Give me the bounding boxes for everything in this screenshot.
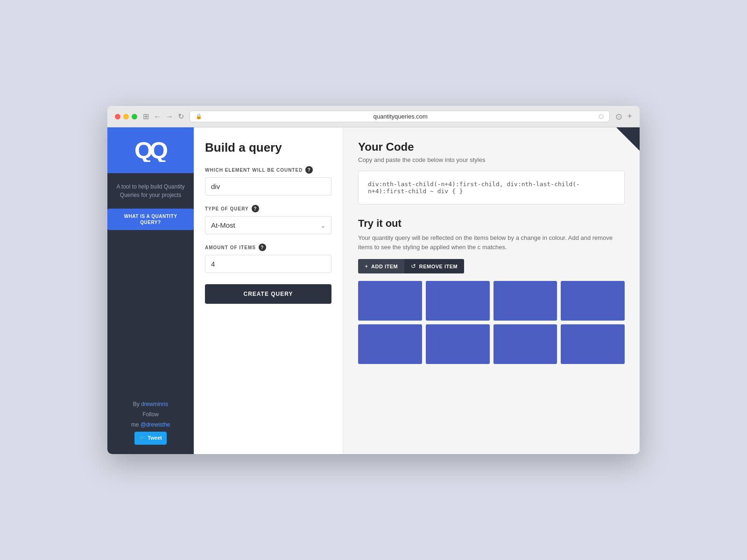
list-item [426, 281, 490, 321]
amount-field-group: AMOUNT OF ITEMS ? [205, 244, 331, 273]
query-type-select[interactable]: At-Most At-Least Exactly Between [205, 216, 331, 234]
close-dot[interactable] [115, 114, 120, 119]
sidebar-footer: By drewminns Follow me @drewisthe 🐦 Twee… [122, 390, 180, 454]
element-help-icon[interactable]: ? [305, 166, 313, 174]
amount-field-label: AMOUNT OF ITEMS ? [205, 244, 331, 251]
browser-actions: ⊙ + [615, 112, 632, 122]
amount-help-icon[interactable]: ? [259, 244, 266, 251]
form-panel: Build a query WHICH ELEMENT WILL BE COUN… [194, 127, 343, 454]
list-item [358, 281, 422, 321]
what-is-query-button[interactable]: WHAT IS A QUANTITY QUERY? [107, 209, 194, 230]
try-it-out-title: Try it out [358, 217, 625, 230]
amount-input[interactable] [205, 255, 331, 273]
query-type-select-wrapper: At-Most At-Least Exactly Between ⌄ [205, 216, 331, 234]
query-type-label: TYPE OF QUERY ? [205, 205, 331, 212]
url-text: quantityqueries.com [205, 113, 596, 120]
list-item [561, 324, 625, 364]
browser-window: ⊞ ← → ↻ 🔒 quantityqueries.com ⬡ ⊙ + QQ [107, 106, 640, 454]
element-field-group: WHICH ELEMENT WILL BE COUNTED ? [205, 166, 331, 196]
refresh-icon[interactable]: ↻ [178, 112, 184, 121]
window-view-icon: ⊞ [143, 112, 149, 121]
author-link[interactable]: drewminns [141, 401, 168, 407]
forward-icon[interactable]: → [166, 112, 173, 121]
svg-text:QQ: QQ [134, 139, 167, 162]
address-bar[interactable]: 🔒 quantityqueries.com ⬡ [190, 111, 610, 122]
your-code-title: Your Code [358, 140, 625, 154]
plus-icon: + [365, 263, 368, 270]
sidebar-logo: QQ [107, 127, 194, 173]
generated-code: div:nth-last-child(-n+4):first-child, di… [368, 181, 615, 195]
list-item [426, 324, 490, 364]
follow-line: Follow me @drewisthe [131, 410, 170, 430]
minimize-dot[interactable] [123, 114, 129, 119]
code-block[interactable]: div:nth-last-child(-n+4):first-child, di… [358, 171, 625, 204]
list-item [493, 324, 557, 364]
query-type-field-group: TYPE OF QUERY ? At-Most At-Least Exactly… [205, 205, 331, 234]
share-icon: ⬡ [599, 113, 604, 120]
sidebar-description: A tool to help build Quantity Queries fo… [107, 173, 194, 209]
window-controls [115, 114, 137, 119]
item-controls: + ADD ITEM ↺ REMOVE ITEM [358, 259, 625, 273]
twitter-bird-icon: 🐦 [139, 434, 146, 443]
add-item-button[interactable]: + ADD ITEM [358, 259, 404, 273]
items-grid [358, 281, 625, 364]
twitter-link[interactable]: @drewisthe [141, 421, 170, 428]
list-item [493, 281, 557, 321]
navigation-controls: ⊞ ← → ↻ [143, 112, 184, 121]
element-field-label: WHICH ELEMENT WILL BE COUNTED ? [205, 166, 331, 174]
try-section: Try it out Your quantity query will be r… [358, 217, 625, 364]
try-description: Your quantity query will be reflected on… [358, 233, 625, 252]
minus-icon: ↺ [411, 263, 416, 270]
list-item [358, 324, 422, 364]
remove-item-button[interactable]: ↺ REMOVE ITEM [404, 259, 464, 273]
new-tab-icon[interactable]: + [627, 112, 632, 121]
qq-logo-icon: QQ [134, 139, 167, 162]
maximize-dot[interactable] [132, 114, 137, 119]
create-query-button[interactable]: CREATE QUERY [205, 284, 331, 304]
browser-toolbar: ⊞ ← → ↻ 🔒 quantityqueries.com ⬡ ⊙ + [107, 106, 640, 127]
download-icon[interactable]: ⊙ [615, 112, 622, 122]
list-item [561, 281, 625, 321]
author-credit: By drewminns [131, 399, 170, 410]
code-panel: Your Code Copy and paste the code below … [343, 127, 640, 454]
query-type-help-icon[interactable]: ? [252, 205, 259, 212]
element-input[interactable] [205, 177, 331, 196]
browser-content: QQ A tool to help build Quantity Queries… [107, 127, 640, 454]
back-icon[interactable]: ← [154, 112, 161, 121]
tweet-button[interactable]: 🐦 Tweet [134, 432, 166, 445]
page-title: Build a query [205, 140, 331, 155]
sidebar: QQ A tool to help build Quantity Queries… [107, 127, 194, 454]
code-subtitle: Copy and paste the code below into your … [358, 156, 625, 163]
lock-icon: 🔒 [196, 113, 202, 119]
